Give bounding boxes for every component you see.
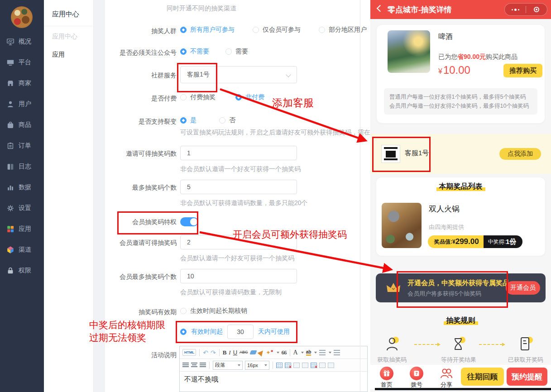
underline-button[interactable]: U [233, 349, 237, 355]
max-codes-input[interactable] [180, 180, 297, 194]
recommend-buy-button[interactable]: 推荐购买 [503, 64, 542, 77]
bold-button[interactable]: B [223, 349, 227, 355]
savings-amount: 省90.00元 [457, 53, 486, 60]
radio-need-follow[interactable]: 需要 [225, 48, 248, 56]
sidebar-item-channel[interactable]: 渠道 [0, 242, 44, 258]
delete-table-icon[interactable] [285, 363, 291, 368]
align-left-icon[interactable] [182, 363, 189, 368]
radio-dot [180, 48, 187, 55]
radio-fission-no[interactable]: 否 [219, 116, 235, 124]
insert-row-icon[interactable] [302, 363, 308, 368]
avatar[interactable] [11, 6, 33, 28]
history-button[interactable]: 往期回顾 [461, 368, 504, 386]
align-center-icon[interactable] [191, 363, 197, 368]
blockquote-button[interactable]: 66 [282, 349, 287, 355]
align-justify-icon[interactable] [200, 363, 206, 368]
remind-button[interactable]: 预约提醒 [507, 368, 547, 386]
redo-icon[interactable]: ↷ [211, 349, 216, 356]
target-icon[interactable] [526, 7, 547, 12]
radio-members-only[interactable]: 仅会员可参与 [253, 26, 301, 34]
magic-wand-icon[interactable]: ✦ [266, 349, 273, 356]
radio-dot[interactable] [180, 329, 187, 335]
delete-row-icon[interactable] [311, 363, 317, 368]
community-service-select[interactable]: 客服1号 [180, 66, 297, 83]
back-icon[interactable] [377, 5, 384, 12]
undo-icon[interactable]: ↶ [203, 349, 208, 356]
tab-dial[interactable]: 7 拨号 [407, 367, 426, 389]
chevron-down-icon [286, 72, 291, 77]
ordered-list-icon[interactable] [319, 350, 326, 355]
win-prefix: 中奖得: [488, 238, 506, 246]
insert-table-icon[interactable] [276, 363, 283, 368]
radio-long-term[interactable]: 生效时间起长期核销 [180, 307, 247, 315]
sidebar-item-label: 应用 [19, 225, 31, 233]
validity-days-input[interactable] [227, 325, 254, 339]
add-service-button[interactable]: 点我添加 [499, 148, 541, 160]
sidebar-item-user[interactable]: 用户 [0, 96, 44, 112]
paragraph-select[interactable]: 段落 [213, 361, 243, 370]
italic-button[interactable]: I [229, 349, 230, 355]
sidebar-item-apps[interactable]: 应用 [0, 221, 44, 237]
tab-home[interactable]: 首页 [377, 367, 397, 389]
field-label-paid: 是否付费 [105, 95, 177, 103]
merchant-icon [6, 79, 14, 87]
sidebar-item-settings[interactable]: 设置 [0, 201, 44, 216]
member-invite-input[interactable] [180, 235, 297, 249]
bottom-tabbar: 首页 7 拨号 分享 往期回顾 预约提醒 [370, 365, 551, 389]
delete-column-icon[interactable] [328, 363, 334, 368]
settings-icon [6, 204, 14, 212]
radio-no-follow[interactable]: 不需要 [180, 48, 209, 56]
prize-value-pills: 奖品值:¥299.00 中奖得:1份 [428, 235, 522, 248]
insert-column-icon[interactable] [319, 363, 326, 368]
sidebar-item-data[interactable]: 数据 [0, 180, 44, 195]
sidebar-item-overview[interactable]: 概况 [0, 34, 44, 49]
submenu-item-app[interactable]: 应用 [52, 51, 65, 59]
rules-title: 抽奖规则 [444, 316, 478, 325]
rule-line: 会员用户每邀一位好友得2个抽奖码，最多得10个抽奖码 [389, 101, 532, 110]
member-privilege-toggle[interactable] [180, 217, 198, 226]
html-source-button[interactable]: HTML [182, 349, 196, 356]
sidebar-item-goods[interactable]: 商品 [0, 117, 44, 133]
validity-suffix: 天内可使用 [258, 328, 290, 336]
sidebar-item-log[interactable]: 日志 [0, 159, 44, 174]
format-brush-icon[interactable] [257, 349, 265, 356]
eraser-icon[interactable] [249, 350, 257, 354]
currency-symbol: ¥ [438, 67, 442, 75]
member-max-input[interactable] [180, 269, 297, 283]
chevron-down-icon [264, 364, 267, 366]
sidebar-item-order[interactable]: 订单 [0, 138, 44, 153]
chevron-down-icon [301, 352, 304, 354]
step-label: 等待开奖结果 [434, 356, 484, 364]
divider [209, 362, 210, 369]
radio-free-lottery[interactable]: 非付费 [235, 93, 264, 101]
prize-image [382, 203, 422, 248]
prize-section-title-wrap: 本期奖品列表 [376, 182, 545, 191]
table-properties-icon[interactable] [293, 363, 300, 368]
highlight-color-button[interactable]: ab [306, 349, 311, 356]
radio-all-users[interactable]: 所有用户可参与 [180, 26, 235, 34]
description-editor-content[interactable]: 不退不换哦 [180, 372, 367, 387]
sidebar-item-label: 订单 [19, 142, 31, 150]
more-dots-icon[interactable] [505, 9, 526, 11]
open-member-button[interactable]: 开通会员 [506, 281, 540, 295]
submenu-item-app-center[interactable]: 应用中心 [52, 33, 77, 41]
unordered-list-icon[interactable] [334, 350, 340, 355]
sidebar-item-platform[interactable]: 平台 [0, 55, 44, 70]
paid-radio-group: 付费抽奖 非付费 [180, 93, 264, 101]
mobile-preview-panel: 零点城市-抽奖详情 啤酒 已为您省90.00元购买此商品 ¥10.00 推荐购买… [370, 0, 551, 392]
sidebar-item-label: 数据 [19, 183, 31, 191]
tab-share[interactable]: 分享 [436, 367, 456, 389]
sidebar-item-merchant[interactable]: 商家 [0, 76, 44, 91]
radio-paid-lottery[interactable]: 付费抽奖 [180, 93, 216, 101]
editor-toolbar-row1: HTML ↶ ↷ B I U ABC ✦ 66 A ab [180, 346, 367, 359]
strikethrough-button[interactable]: ABC [240, 350, 248, 354]
radio-fission-yes[interactable]: 是 [180, 116, 196, 124]
invite-codes-input[interactable] [180, 146, 297, 160]
value-amount: 299.00 [455, 237, 479, 246]
product-card[interactable]: 啤酒 已为您省90.00元购买此商品 ¥10.00 推荐购买 普通用户每邀一位好… [377, 25, 545, 123]
font-color-button[interactable]: A [293, 349, 298, 356]
select-value: 16px [247, 363, 258, 368]
sidebar-item-permission[interactable]: 权限 [0, 263, 44, 278]
font-size-select[interactable]: 16px [245, 361, 269, 370]
main-sidebar: 概况 平台 商家 用户 商品 订单 日志 数据 [0, 0, 44, 392]
